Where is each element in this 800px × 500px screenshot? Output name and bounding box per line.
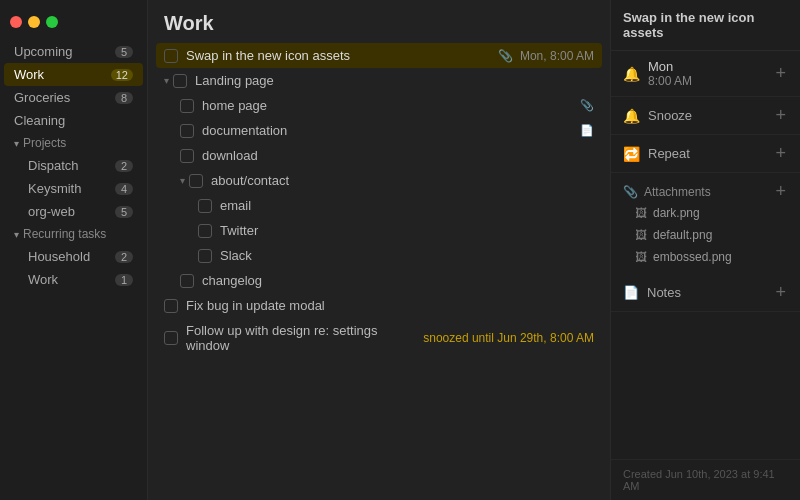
notes-icon: 📄	[623, 285, 639, 300]
sidebar-item-work-recurring[interactable]: Work 1	[18, 268, 143, 291]
group-checkbox[interactable]	[173, 74, 187, 88]
task-homepage[interactable]: home page 📎	[156, 93, 602, 118]
close-button[interactable]	[10, 16, 22, 28]
group-checkbox[interactable]	[189, 174, 203, 188]
group-landing[interactable]: ▾ Landing page	[156, 68, 602, 93]
detail-snooze-row[interactable]: 🔔 Snooze +	[611, 97, 800, 135]
attachment-name: embossed.png	[653, 250, 732, 264]
task-label: documentation	[202, 123, 574, 138]
task-documentation[interactable]: documentation 📄	[156, 118, 602, 143]
repeat-label: Repeat	[648, 146, 690, 161]
task-download[interactable]: download	[156, 143, 602, 168]
sidebar: Upcoming 5 Work 12 Groceries 8 Cleaning …	[0, 0, 148, 500]
sidebar-item-groceries[interactable]: Groceries 8	[4, 86, 143, 109]
group-about[interactable]: ▾ about/contact	[156, 168, 602, 193]
attach-icon: 📎	[498, 49, 513, 63]
doc-icon: 📄	[580, 124, 594, 137]
file-icon: 🖼	[635, 228, 647, 242]
task-fixbug[interactable]: Fix bug in update modal	[156, 293, 602, 318]
sidebar-item-org-web[interactable]: org-web 5	[18, 200, 143, 223]
task-checkbox[interactable]	[180, 124, 194, 138]
detail-title: Swap in the new icon assets	[611, 0, 800, 51]
repeat-icon: 🔁	[623, 146, 640, 162]
task-checkbox[interactable]	[164, 331, 178, 345]
recurring-list: Household 2 Work 1	[0, 245, 147, 291]
file-icon: 🖼	[635, 206, 647, 220]
main-content: Work Swap in the new icon assets 📎 Mon, …	[148, 0, 610, 500]
task-checkbox[interactable]	[180, 149, 194, 163]
task-checkbox[interactable]	[180, 99, 194, 113]
task-swap[interactable]: Swap in the new icon assets 📎 Mon, 8:00 …	[156, 43, 602, 68]
sidebar-item-keysmith[interactable]: Keysmith 4	[18, 177, 143, 200]
detail-repeat-row[interactable]: 🔁 Repeat +	[611, 135, 800, 173]
notes-label: Notes	[647, 285, 681, 300]
created-footer: Created Jun 10th, 2023 at 9:41 AM	[611, 459, 800, 500]
task-label: email	[220, 198, 594, 213]
task-label: home page	[202, 98, 574, 113]
file-icon: 🖼	[635, 250, 647, 264]
task-checkbox[interactable]	[164, 49, 178, 63]
projects-section[interactable]: ▾ Projects	[4, 132, 143, 154]
task-label: Fix bug in update modal	[186, 298, 594, 313]
attachment-name: default.png	[653, 228, 712, 242]
date-add-button[interactable]: +	[773, 63, 788, 84]
snooze-label: Snooze	[648, 108, 692, 123]
task-checkbox[interactable]	[198, 224, 212, 238]
task-date: 📎 Mon, 8:00 AM	[498, 49, 594, 63]
calendar-icon: 🔔	[623, 66, 640, 82]
attachment-dark[interactable]: 🖼 dark.png	[623, 202, 788, 224]
snooze-icon: 🔔	[623, 108, 640, 124]
task-label: Twitter	[220, 223, 594, 238]
traffic-lights	[0, 8, 147, 40]
page-title: Work	[148, 0, 610, 43]
task-email[interactable]: email	[156, 193, 602, 218]
expand-chevron: ▾	[180, 175, 185, 186]
group-label: about/contact	[211, 173, 289, 188]
expand-chevron: ▾	[164, 75, 169, 86]
attachment-name: dark.png	[653, 206, 700, 220]
detail-date-value: 8:00 AM	[648, 74, 692, 88]
attachment-embossed[interactable]: 🖼 embossed.png	[623, 246, 788, 268]
sidebar-item-dispatch[interactable]: Dispatch 2	[18, 154, 143, 177]
task-checkbox[interactable]	[164, 299, 178, 313]
sidebar-item-household[interactable]: Household 2	[18, 245, 143, 268]
projects-chevron: ▾	[14, 138, 19, 149]
projects-list: Dispatch 2 Keysmith 4 org-web 5	[0, 154, 147, 223]
notes-add-button[interactable]: +	[773, 282, 788, 303]
task-twitter[interactable]: Twitter	[156, 218, 602, 243]
attachments-add-button[interactable]: +	[773, 181, 788, 202]
task-label: Slack	[220, 248, 594, 263]
task-checkbox[interactable]	[180, 274, 194, 288]
task-list: Swap in the new icon assets 📎 Mon, 8:00 …	[148, 43, 610, 500]
maximize-button[interactable]	[46, 16, 58, 28]
recurring-tasks-section[interactable]: ▾ Recurring tasks	[4, 223, 143, 245]
task-changelog[interactable]: changelog	[156, 268, 602, 293]
task-label: Follow up with design re: settings windo…	[186, 323, 415, 353]
minimize-button[interactable]	[28, 16, 40, 28]
notes-row[interactable]: 📄 Notes +	[611, 274, 800, 312]
attachments-section: 📎 Attachments + 🖼 dark.png 🖼 default.png…	[611, 173, 800, 270]
task-label: changelog	[202, 273, 594, 288]
detail-date-row[interactable]: 🔔 Mon 8:00 AM +	[611, 51, 800, 97]
detail-date-label: Mon	[648, 59, 692, 74]
task-checkbox[interactable]	[198, 249, 212, 263]
sidebar-item-cleaning[interactable]: Cleaning	[4, 109, 143, 132]
attachment-default[interactable]: 🖼 default.png	[623, 224, 788, 246]
task-followup[interactable]: Follow up with design re: settings windo…	[156, 318, 602, 358]
sidebar-item-upcoming[interactable]: Upcoming 5	[4, 40, 143, 63]
attach-icon: 📎	[580, 99, 594, 112]
right-panel: Swap in the new icon assets 🔔 Mon 8:00 A…	[610, 0, 800, 500]
task-label: Swap in the new icon assets	[186, 48, 490, 63]
snooze-add-button[interactable]: +	[773, 105, 788, 126]
attachments-label: Attachments	[644, 185, 711, 199]
repeat-add-button[interactable]: +	[773, 143, 788, 164]
task-label: download	[202, 148, 594, 163]
task-slack[interactable]: Slack	[156, 243, 602, 268]
task-checkbox[interactable]	[198, 199, 212, 213]
sidebar-item-work[interactable]: Work 12	[4, 63, 143, 86]
snooze-date: snoozed until Jun 29th, 8:00 AM	[423, 331, 594, 345]
group-label: Landing page	[195, 73, 274, 88]
attachments-icon: 📎	[623, 185, 638, 199]
recurring-chevron: ▾	[14, 229, 19, 240]
